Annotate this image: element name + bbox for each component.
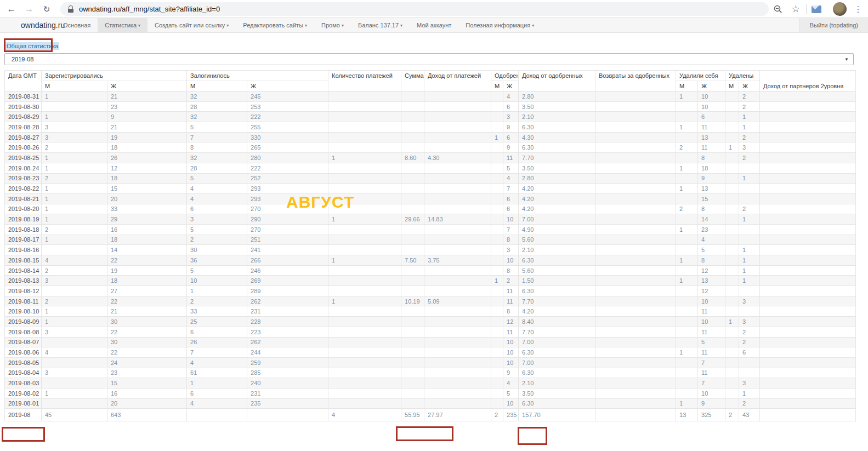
table-row: 2019-08-073026262107.0052 bbox=[5, 337, 856, 347]
table-cell: 10 bbox=[503, 214, 519, 225]
table-cell bbox=[401, 368, 424, 378]
mail-extension-icon[interactable] bbox=[810, 3, 822, 15]
forward-icon[interactable]: → bbox=[22, 2, 36, 16]
period-select[interactable]: 2019-08 bbox=[4, 53, 854, 65]
table-cell: 2019-08-12 bbox=[5, 286, 42, 296]
table-cell bbox=[725, 163, 739, 173]
table-cell bbox=[328, 337, 401, 347]
table-cell bbox=[328, 347, 401, 358]
table-cell bbox=[401, 204, 424, 214]
zoom-out-icon[interactable] bbox=[772, 3, 784, 15]
table-cell: 33 bbox=[187, 306, 247, 317]
table-cell bbox=[595, 368, 676, 378]
nav-item[interactable]: Статистика▾ bbox=[98, 18, 147, 32]
table-cell bbox=[424, 378, 491, 389]
table-cell: 10 bbox=[698, 101, 725, 112]
avatar[interactable] bbox=[833, 2, 847, 16]
table-cell bbox=[491, 153, 503, 163]
nav-item[interactable]: Баланс 137.17▾ bbox=[351, 18, 410, 32]
table-cell: 235 bbox=[247, 398, 328, 409]
url-text[interactable]: owndating.ru/aff_mng/stat_site?affiliate… bbox=[79, 5, 220, 13]
table-cell: 2 bbox=[42, 265, 107, 276]
table-cell: 11 bbox=[698, 306, 725, 317]
table-cell bbox=[739, 235, 760, 245]
table-cell bbox=[760, 112, 856, 122]
table-cell: 1 bbox=[739, 214, 760, 225]
table-cell bbox=[424, 224, 491, 235]
table-cell: 2019-08-28 bbox=[5, 122, 42, 133]
address-bar[interactable]: owndating.ru/aff_mng/stat_site?affiliate… bbox=[60, 2, 769, 16]
table-row: 2019-08-21120429364.2015 bbox=[5, 193, 856, 204]
table-cell bbox=[328, 398, 401, 409]
nav-item[interactable]: Промо▾ bbox=[314, 18, 351, 32]
back-icon[interactable]: ← bbox=[4, 2, 19, 16]
table-cell bbox=[401, 337, 424, 347]
table-cell: 4.30 bbox=[519, 132, 595, 142]
table-cell: 6.30 bbox=[519, 142, 595, 153]
table-cell bbox=[424, 306, 491, 317]
col-header-deleted: Удалены bbox=[725, 71, 760, 81]
reload-icon[interactable]: ↻ bbox=[39, 2, 54, 16]
table-cell bbox=[401, 317, 424, 327]
nav-item-label: Промо bbox=[321, 22, 340, 28]
table-cell: 241 bbox=[247, 245, 328, 255]
table-cell bbox=[424, 132, 491, 142]
table-cell: 6 bbox=[187, 327, 247, 337]
table-cell bbox=[424, 327, 491, 337]
table-cell: 2 bbox=[491, 409, 503, 421]
table-row: 2019-08-112222262110.195.09117.70103 bbox=[5, 296, 856, 306]
table-cell: 12 bbox=[698, 286, 725, 296]
logout-button[interactable]: Выйти (topdating) bbox=[799, 18, 868, 32]
nav-item-label: Баланс 137.17 bbox=[358, 22, 399, 28]
col-header-logged-in: Залогинилось bbox=[187, 71, 328, 81]
nav-item[interactable]: Основная bbox=[56, 18, 98, 32]
table-cell: 6.30 bbox=[519, 368, 595, 378]
nav-item[interactable]: Полезная информация▾ bbox=[458, 18, 541, 32]
table-cell: 5 bbox=[187, 224, 247, 235]
browser-menu-icon[interactable]: ⋮ bbox=[852, 3, 864, 15]
table-cell: 4 bbox=[187, 193, 247, 204]
table-cell: 8 bbox=[698, 153, 725, 163]
table-cell bbox=[725, 112, 739, 122]
table-cell bbox=[491, 357, 503, 368]
table-cell bbox=[424, 357, 491, 368]
table-cell bbox=[725, 214, 739, 225]
table-cell: 1 bbox=[42, 388, 107, 398]
nav-item[interactable]: Редактировать сайты▾ bbox=[236, 18, 314, 32]
nav-item[interactable]: Создать сайт или ссылку▾ bbox=[147, 18, 236, 32]
table-cell: 4 bbox=[503, 173, 519, 184]
table-cell: 4.20 bbox=[519, 306, 595, 317]
table-cell bbox=[739, 224, 760, 235]
table-cell bbox=[760, 224, 856, 235]
table-cell: 5 bbox=[187, 122, 247, 133]
table-cell bbox=[401, 224, 424, 235]
nav-item[interactable]: Мой аккаунт bbox=[410, 18, 458, 32]
table-cell: 27.97 bbox=[424, 409, 491, 421]
table-cell: 5 bbox=[187, 265, 247, 276]
table-cell: 3.50 bbox=[519, 163, 595, 173]
table-cell: 18 bbox=[698, 163, 725, 173]
table-cell: 3 bbox=[42, 132, 107, 142]
bookmark-star-icon[interactable]: ☆ bbox=[790, 3, 802, 15]
table-cell bbox=[739, 193, 760, 204]
table-cell: 4 bbox=[187, 398, 247, 409]
table-row: 2019-08-30232825363.50102 bbox=[5, 101, 856, 112]
table-cell: 2019-08-20 bbox=[5, 204, 42, 214]
table-cell: 222 bbox=[247, 163, 328, 173]
table-cell: 2019-08-31 bbox=[5, 92, 42, 102]
table-cell: 32 bbox=[187, 112, 247, 122]
table-cell bbox=[328, 327, 401, 337]
table-cell bbox=[491, 163, 503, 173]
table-cell: 29 bbox=[107, 214, 187, 225]
table-cell bbox=[401, 265, 424, 276]
table-cell bbox=[328, 276, 401, 286]
table-cell bbox=[676, 286, 698, 296]
table-cell bbox=[760, 368, 856, 378]
table-cell bbox=[595, 398, 676, 409]
table-cell bbox=[676, 388, 698, 398]
table-cell: 23 bbox=[107, 368, 187, 378]
table-cell: 2019-08-19 bbox=[5, 214, 42, 225]
table-cell: 2019-08-13 bbox=[5, 276, 42, 286]
table-cell: 10 bbox=[698, 92, 725, 102]
table-row: 2019-08-311213224542.801102 bbox=[5, 92, 856, 102]
